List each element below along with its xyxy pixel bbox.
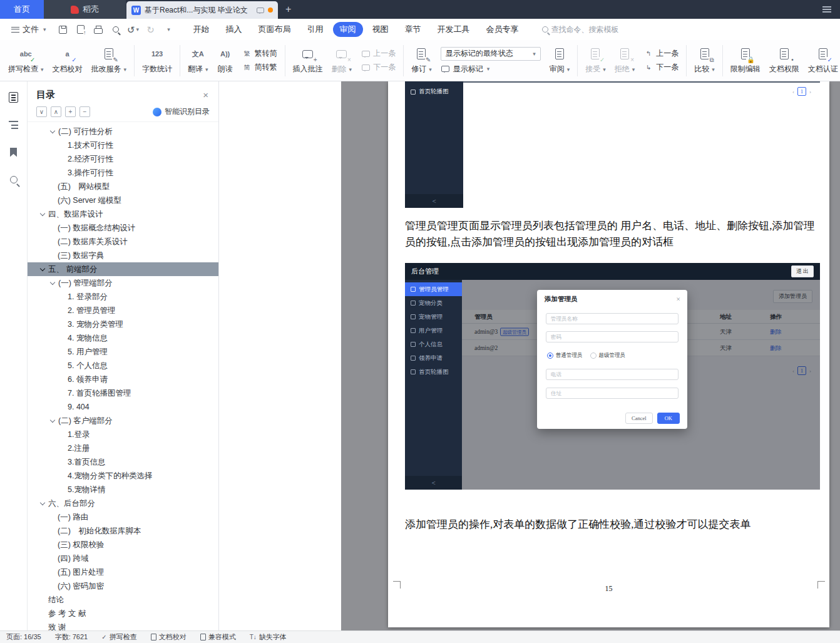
- toc-item-selected[interactable]: 五、 前端部分: [28, 262, 218, 276]
- toc-item[interactable]: (四) 跨域: [28, 552, 218, 565]
- restrict-edit-button[interactable]: 🔒 限制编辑: [726, 44, 765, 77]
- tab-section[interactable]: 章节: [398, 22, 428, 37]
- missing-font-status[interactable]: T↓缺失字体: [250, 632, 287, 642]
- word-count-button[interactable]: 123 字数统计: [138, 44, 177, 77]
- toc-item[interactable]: (五) 网站模型: [28, 180, 218, 193]
- tab-start[interactable]: 开始: [187, 22, 217, 37]
- toc-item[interactable]: (六) 密码加密: [28, 579, 218, 593]
- export-button[interactable]: [73, 22, 89, 37]
- tab-dev-tools[interactable]: 开发工具: [431, 22, 477, 37]
- toc-item[interactable]: (一) 路由: [28, 510, 218, 524]
- toc-item[interactable]: 4. 宠物信息: [28, 331, 218, 345]
- toc-item[interactable]: 3.操作可行性: [28, 166, 218, 180]
- toc-item[interactable]: (三) 权限校验: [28, 538, 218, 552]
- toc-item[interactable]: (三) 数据字典: [28, 249, 218, 262]
- toc-item[interactable]: (一) 数据概念结构设计: [28, 221, 218, 235]
- undo-button[interactable]: ↺▾: [125, 22, 141, 37]
- toc-item[interactable]: 5. 个人信息: [28, 359, 218, 373]
- next-change-button[interactable]: ↳下一条: [643, 62, 679, 73]
- compare-button[interactable]: ⧉ 比较▾: [690, 44, 719, 77]
- insert-comment-button[interactable]: + 插入批注: [289, 44, 327, 77]
- simp-to-trad-button[interactable]: 简简转繁: [242, 62, 277, 73]
- toc-item[interactable]: 1.登录: [28, 428, 218, 441]
- toc-item[interactable]: 4.宠物分类下的种类选择: [28, 469, 218, 483]
- find-panel-button[interactable]: [7, 173, 21, 187]
- document-page[interactable]: 首页轮播图 < ‹ 1 › 管理员管理页面显示: [388, 81, 829, 627]
- structure-panel-button[interactable]: [7, 118, 21, 131]
- tab-review[interactable]: 审阅: [333, 22, 363, 37]
- doc-permission-button[interactable]: • 文档权限: [765, 44, 804, 77]
- toc-item[interactable]: (一) 管理端部分: [28, 276, 218, 290]
- toc-item[interactable]: 四、数据库设计: [28, 207, 218, 221]
- tab-page-layout[interactable]: 页面布局: [252, 22, 298, 37]
- document-area[interactable]: 首页轮播图 < ‹ 1 › 管理员管理页面显示: [219, 81, 840, 630]
- collapse-all-button[interactable]: ∧: [51, 106, 61, 117]
- show-markup-button[interactable]: 显示标记▾: [441, 64, 541, 75]
- toc-item[interactable]: 9. 404: [28, 400, 218, 414]
- toc-item[interactable]: (二) 客户端部分: [28, 414, 218, 428]
- spell-check-status[interactable]: ✓拼写检查: [101, 632, 136, 642]
- translate-button[interactable]: 文A 翻译▾: [183, 44, 213, 77]
- tab-references[interactable]: 引用: [300, 22, 330, 37]
- smart-recognize-button[interactable]: 智能识别目录: [153, 106, 210, 117]
- delete-comment-button[interactable]: × 删除▾: [327, 44, 357, 77]
- toc-item[interactable]: 2. 管理员管理: [28, 304, 218, 317]
- home-tab[interactable]: 首页: [0, 0, 44, 19]
- redo-button[interactable]: ↻: [143, 22, 159, 37]
- toc-item[interactable]: 1. 登录部分: [28, 290, 218, 304]
- search-input[interactable]: [551, 25, 639, 34]
- prev-change-button[interactable]: ↰上一条: [643, 48, 679, 59]
- toc-item[interactable]: 1.技术可行性: [28, 138, 218, 152]
- toc-item[interactable]: 2.经济可行性: [28, 152, 218, 166]
- window-menu-button[interactable]: [822, 0, 840, 19]
- bookmark-panel-button[interactable]: [7, 145, 21, 159]
- markup-state-select[interactable]: 显示标记的最终状态▾: [441, 47, 541, 61]
- toc-item[interactable]: (五) 图片处理: [28, 565, 218, 579]
- trad-to-simp-button[interactable]: 繁繁转简: [242, 48, 277, 59]
- new-tab-button[interactable]: +: [278, 0, 299, 19]
- track-changes-button[interactable]: ✎ 修订▾: [407, 44, 436, 77]
- prev-comment-button[interactable]: 上一条: [361, 48, 396, 59]
- read-aloud-button[interactable]: A)) 朗读: [213, 44, 238, 77]
- next-comment-button[interactable]: 下一条: [361, 62, 396, 73]
- toc-item[interactable]: 6. 领养申请: [28, 373, 218, 386]
- save-button[interactable]: [55, 22, 71, 37]
- doc-cert-button[interactable]: ✓ 文档认证: [804, 44, 840, 77]
- review-button[interactable]: 审阅▾: [545, 44, 575, 77]
- toc-item[interactable]: 3. 宠物分类管理: [28, 317, 218, 331]
- outline-panel-button[interactable]: [7, 90, 21, 104]
- toc-item[interactable]: (二) 可行性分析: [28, 125, 218, 138]
- toc-item[interactable]: 5. 用户管理: [28, 345, 218, 359]
- zoom-out-button[interactable]: −: [79, 106, 90, 117]
- toc-item[interactable]: (六) Server 端模型: [28, 193, 218, 207]
- expand-all-button[interactable]: ∨: [36, 106, 47, 117]
- toc-item[interactable]: 六、后台部分: [28, 496, 218, 510]
- doc-proof-button[interactable]: a✓ 文档校对: [48, 44, 87, 77]
- toc-item[interactable]: 致 谢: [28, 620, 218, 630]
- toolbar-more-button[interactable]: ▾: [160, 22, 177, 37]
- document-tab[interactable]: W 基于React和...与实现 毕业论文: [126, 1, 278, 19]
- toc-item[interactable]: 2.注册: [28, 441, 218, 455]
- page-indicator[interactable]: 页面: 16/35: [6, 632, 41, 642]
- grading-service-button[interactable]: ✎ 批改服务▾: [87, 44, 131, 77]
- toc-item[interactable]: 5.宠物详情: [28, 483, 218, 496]
- close-icon[interactable]: ×: [203, 90, 208, 100]
- toc-item[interactable]: 结论: [28, 593, 218, 607]
- print-button[interactable]: [90, 22, 106, 37]
- file-menu-button[interactable]: 文件 ▾: [6, 24, 51, 35]
- word-count-indicator[interactable]: 字数: 7621: [55, 632, 88, 642]
- document-canvas[interactable]: 首页轮播图 < ‹ 1 › 管理员管理页面显示: [341, 81, 840, 630]
- compat-mode-status[interactable]: 兼容模式: [200, 632, 236, 642]
- reject-button[interactable]: × 拒绝▾: [610, 44, 640, 77]
- command-search[interactable]: [542, 25, 639, 34]
- toc-item[interactable]: 3.首页信息: [28, 455, 218, 469]
- toc-item[interactable]: (二) 初始化数据库脚本: [28, 524, 218, 538]
- zoom-in-button[interactable]: +: [65, 106, 76, 117]
- tab-member[interactable]: 会员专享: [479, 22, 526, 37]
- toc-item[interactable]: 参 考 文 献: [28, 607, 218, 620]
- toc-item[interactable]: (二) 数据库关系设计: [28, 235, 218, 249]
- tab-insert[interactable]: 插入: [219, 22, 249, 37]
- docer-tab[interactable]: 稻壳: [44, 0, 126, 19]
- doc-proof-status[interactable]: 文档校对: [151, 632, 187, 642]
- print-preview-button[interactable]: [108, 22, 124, 37]
